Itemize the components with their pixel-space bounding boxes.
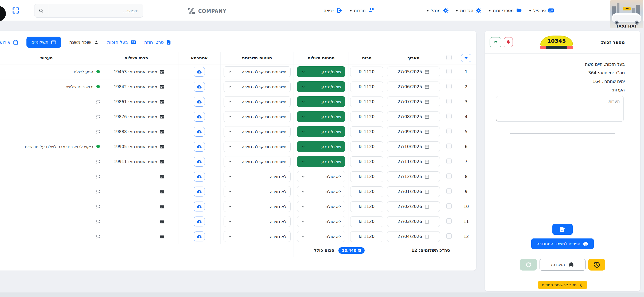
amount-input[interactable]: 1120 ₪ (350, 67, 383, 77)
comment-icon[interactable] (96, 174, 101, 179)
tab-subtenant[interactable]: שוכר משנה (69, 39, 99, 45)
payment-date-input[interactable]: 27/06/2025 (387, 82, 440, 92)
nav-item-logout[interactable]: יציאה (323, 7, 343, 14)
comment-icon[interactable] (96, 144, 101, 149)
notes-textarea[interactable] (496, 96, 624, 122)
row-checkbox[interactable] (446, 84, 452, 89)
comment-icon[interactable] (96, 69, 101, 74)
amount-input[interactable]: 1120 ₪ (350, 231, 383, 242)
invoice-status-select[interactable]: חשבונית מס-קבלה נוצרה (224, 81, 291, 92)
payment-date-input[interactable]: 27/10/2025 (387, 141, 440, 152)
tab-payments[interactable]: תשלומים (26, 37, 61, 48)
payment-status-select[interactable]: לא שולם (297, 231, 345, 242)
search-input[interactable] (48, 4, 143, 17)
payment-date-input[interactable]: 27/09/2025 (387, 126, 440, 137)
payment-status-select[interactable]: לא שולם (297, 216, 345, 227)
upload-receipt-button[interactable] (194, 172, 205, 182)
row-checkbox[interactable] (446, 114, 452, 119)
fullscreen-icon[interactable] (12, 6, 20, 14)
payment-status-select[interactable]: שולם/נפרע (297, 111, 345, 122)
comment-icon[interactable] (96, 114, 101, 119)
invoice-status-select[interactable]: חשבונית מס-קבלה נוצרה (224, 156, 291, 167)
upload-receipt-button[interactable] (194, 232, 205, 241)
row-checkbox[interactable] (446, 159, 452, 164)
notifications-button[interactable] (504, 37, 513, 47)
filter-dropdown-button[interactable] (461, 54, 471, 62)
comment-icon[interactable] (96, 219, 101, 224)
payment-status-select[interactable]: שולם/נפרע (297, 96, 345, 107)
amount-input[interactable]: 1120 ₪ (350, 97, 383, 107)
show-driver-button[interactable]: הצג נהג (540, 259, 586, 271)
invoice-status-select[interactable]: חשבונית מס-קבלה נוצרה (224, 96, 291, 107)
comment-icon[interactable] (96, 204, 101, 209)
upload-receipt-button[interactable] (194, 187, 205, 196)
invoice-status-select[interactable]: חשבונית מס-קבלה נוצרה (224, 141, 291, 152)
comment-icon[interactable] (96, 129, 101, 134)
payment-status-select[interactable]: שולם/נפרע (297, 141, 345, 152)
share-button[interactable] (490, 37, 501, 47)
row-checkbox[interactable] (446, 129, 452, 134)
invoice-status-select[interactable]: לא נוצרה (224, 201, 291, 212)
tab-rights-owner[interactable]: בעל הזכות (107, 39, 136, 45)
upload-receipt-button[interactable] (194, 82, 205, 92)
row-checkbox[interactable] (446, 69, 452, 74)
comment-icon[interactable] (96, 234, 101, 239)
comment-icon[interactable] (96, 189, 101, 194)
row-checkbox[interactable] (446, 99, 452, 104)
ministry-forms-button[interactable]: טפסים למשרד התחבורה (531, 238, 594, 249)
sign-document-button[interactable] (552, 224, 573, 235)
payment-date-input[interactable]: 27/01/2026 (387, 186, 440, 197)
nav-item-profile[interactable]: פרופיל (529, 7, 554, 14)
amount-input[interactable]: 1120 ₪ (350, 216, 383, 227)
payment-date-input[interactable]: 27/05/2025 (387, 67, 440, 77)
comment-icon[interactable] (96, 84, 101, 89)
amount-input[interactable]: 1120 ₪ (350, 186, 383, 197)
tab-events[interactable]: אירועים (0, 39, 18, 45)
upload-receipt-button[interactable] (194, 67, 205, 77)
amount-input[interactable]: 1120 ₪ (350, 201, 383, 212)
upload-receipt-button[interactable] (194, 142, 205, 152)
payment-date-input[interactable]: 27/04/2026 (387, 231, 440, 242)
amount-input[interactable]: 1120 ₪ (350, 111, 383, 122)
refresh-button-disabled[interactable] (520, 259, 537, 271)
invoice-status-select[interactable]: לא נוצרה (224, 171, 291, 182)
invoice-status-select[interactable]: חשבונית מס-קבלה נוצרה (224, 126, 291, 137)
invoice-status-select[interactable]: חשבונית מס-קבלה נוצרה (224, 66, 291, 77)
upload-receipt-button[interactable] (194, 112, 205, 122)
payment-status-select[interactable]: שולם/נפרע (297, 156, 345, 167)
payment-date-input[interactable]: 27/03/2026 (387, 216, 440, 227)
upload-receipt-button[interactable] (194, 217, 205, 226)
back-to-contracts-button[interactable]: חזור לרשימת החוזים (538, 281, 587, 289)
payment-status-select[interactable]: לא שולם (297, 186, 345, 197)
invoice-status-select[interactable]: לא נוצרה (224, 186, 291, 197)
invoice-status-select[interactable]: חשבונית מס-קבלה נוצרה (224, 111, 291, 122)
upload-receipt-button[interactable] (194, 202, 205, 211)
nav-item-admin[interactable]: מנהל (427, 7, 449, 14)
invoice-status-select[interactable]: לא נוצרה (224, 216, 291, 227)
history-button[interactable] (588, 259, 605, 271)
payment-status-select[interactable]: לא שולם (297, 201, 345, 212)
upload-receipt-button[interactable] (194, 97, 205, 107)
row-checkbox[interactable] (446, 233, 452, 239)
payment-date-input[interactable]: 27/02/2026 (387, 201, 440, 212)
payment-date-input[interactable]: 27/08/2025 (387, 111, 440, 122)
row-checkbox[interactable] (446, 188, 452, 194)
payment-status-select[interactable]: לא שולם (297, 171, 345, 182)
select-all-checkbox[interactable] (446, 55, 452, 60)
amount-input[interactable]: 1120 ₪ (350, 126, 383, 137)
taxi-hat-logo[interactable]: TAXI TAXI HAT (610, 0, 643, 28)
comment-icon[interactable] (96, 99, 101, 104)
upload-receipt-button[interactable] (194, 127, 205, 137)
payment-status-select[interactable]: שולם/נפרע (297, 126, 345, 137)
nav-item-settings[interactable]: הגדרות (456, 7, 482, 14)
amount-input[interactable]: 1120 ₪ (350, 171, 383, 182)
amount-input[interactable]: 1120 ₪ (350, 156, 383, 167)
row-checkbox[interactable] (446, 173, 452, 179)
amount-input[interactable]: 1120 ₪ (350, 82, 383, 92)
nav-item-permits[interactable]: מספרי זכות (489, 7, 522, 14)
payment-date-input[interactable]: 27/11/2025 (387, 156, 440, 167)
payment-status-select[interactable]: שולם/נפרע (297, 81, 345, 92)
nav-item-companies[interactable]: חברות (350, 7, 374, 14)
payment-date-input[interactable]: 27/12/2025 (387, 171, 440, 182)
amount-input[interactable]: 1120 ₪ (350, 141, 383, 152)
